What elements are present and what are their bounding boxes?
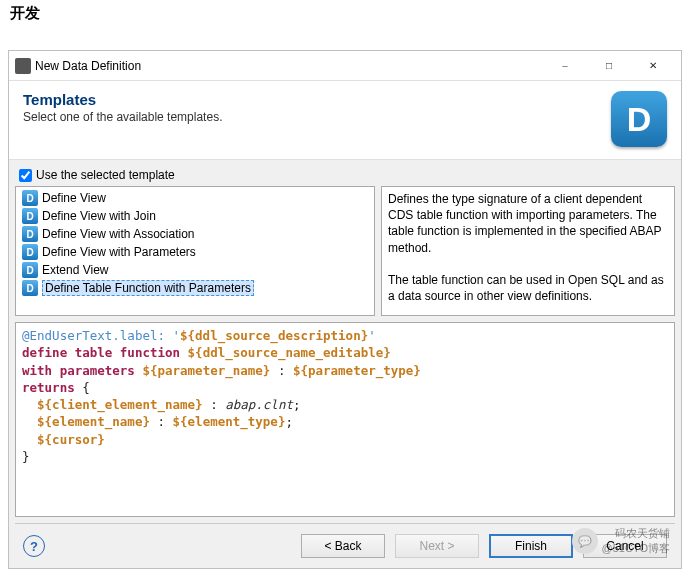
header-badge-icon: D bbox=[611, 91, 667, 147]
template-icon: D bbox=[22, 190, 38, 206]
description-p1: Defines the type signature of a client d… bbox=[388, 191, 668, 256]
content-area: Use the selected template DDefine View D… bbox=[9, 160, 681, 524]
template-item-define-view-parameters[interactable]: DDefine View with Parameters bbox=[18, 243, 372, 261]
template-item-extend-view[interactable]: DExtend View bbox=[18, 261, 372, 279]
dialog-title: New Data Definition bbox=[31, 59, 543, 73]
finish-button[interactable]: Finish bbox=[489, 534, 573, 558]
template-item-table-function-parameters[interactable]: DDefine Table Function with Parameters bbox=[18, 279, 372, 297]
template-item-define-view[interactable]: DDefine View bbox=[18, 189, 372, 207]
template-icon: D bbox=[22, 280, 38, 296]
template-icon: D bbox=[22, 208, 38, 224]
template-item-define-view-association[interactable]: DDefine View with Association bbox=[18, 225, 372, 243]
use-template-checkbox[interactable] bbox=[19, 169, 32, 182]
use-template-label[interactable]: Use the selected template bbox=[36, 168, 175, 182]
template-list[interactable]: DDefine View DDefine View with Join DDef… bbox=[15, 186, 375, 316]
titlebar: New Data Definition – □ ✕ bbox=[9, 51, 681, 81]
minimize-button[interactable]: – bbox=[543, 52, 587, 80]
template-item-define-view-join[interactable]: DDefine View with Join bbox=[18, 207, 372, 225]
wizard-dialog: New Data Definition – □ ✕ Templates Sele… bbox=[8, 50, 682, 569]
page-header: 开发 bbox=[0, 0, 690, 27]
section-title: Templates bbox=[23, 91, 601, 108]
help-icon[interactable]: ? bbox=[23, 535, 45, 557]
use-template-row: Use the selected template bbox=[15, 166, 675, 186]
maximize-button[interactable]: □ bbox=[587, 52, 631, 80]
close-button[interactable]: ✕ bbox=[631, 52, 675, 80]
template-icon: D bbox=[22, 262, 38, 278]
template-icon: D bbox=[22, 226, 38, 242]
app-icon bbox=[15, 58, 31, 74]
template-description: Defines the type signature of a client d… bbox=[381, 186, 675, 316]
cancel-button[interactable]: Cancel bbox=[583, 534, 667, 558]
section-desc: Select one of the available templates. bbox=[23, 110, 601, 124]
template-icon: D bbox=[22, 244, 38, 260]
back-button[interactable]: < Back bbox=[301, 534, 385, 558]
header-section: Templates Select one of the available te… bbox=[9, 81, 681, 160]
next-button: Next > bbox=[395, 534, 479, 558]
template-preview[interactable]: @EndUserText.label: '${ddl_source_descri… bbox=[15, 322, 675, 517]
description-p2: The table function can be used in Open S… bbox=[388, 272, 668, 304]
button-bar: ? < Back Next > Finish Cancel bbox=[9, 524, 681, 568]
